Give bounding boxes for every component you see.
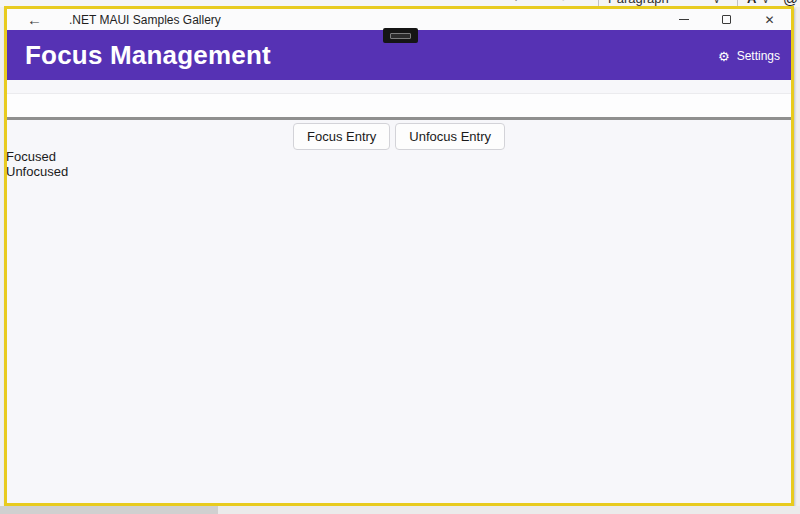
minimize-icon <box>679 19 689 20</box>
desktop-bottom-strip-segment <box>0 506 218 514</box>
gear-icon: ⚙ <box>718 49 730 62</box>
window-title: .NET MAUI Samples Gallery <box>69 13 221 27</box>
desktop-bottom-strip <box>0 506 800 514</box>
event-log-line: Unfocused <box>6 164 68 179</box>
chevron-down-icon[interactable]: ∨ <box>713 0 720 5</box>
screen-notch-widget <box>383 28 418 43</box>
buttons-row: Focus Entry Unfocus Entry <box>7 123 791 150</box>
close-button[interactable]: ✕ <box>748 9 791 30</box>
page-title: Focus Management <box>25 40 271 71</box>
maximize-button[interactable] <box>705 9 748 30</box>
chevron-down-icon[interactable]: ∨ <box>762 0 769 5</box>
entry-input[interactable] <box>7 93 791 120</box>
minimize-button[interactable] <box>662 9 705 30</box>
screen: ↶ ↷ Paragraph ∨ A ∨ @ ← .NET MAUI Sample… <box>0 0 800 514</box>
font-color-button[interactable]: A <box>747 0 756 5</box>
unfocus-entry-button[interactable]: Unfocus Entry <box>395 123 505 150</box>
app-window: ← .NET MAUI Samples Gallery ✕ Focus Mana… <box>4 6 794 506</box>
back-button[interactable]: ← <box>27 12 42 27</box>
paragraph-style-dropdown[interactable]: Paragraph <box>608 0 669 5</box>
maximize-icon <box>722 15 731 24</box>
notch-slot <box>390 33 411 39</box>
event-log: Focused Unfocused <box>6 149 68 179</box>
settings-button[interactable]: ⚙ Settings <box>718 49 780 63</box>
window-controls: ✕ <box>662 9 791 30</box>
event-log-line: Focused <box>6 149 68 164</box>
window-titlebar: ← .NET MAUI Samples Gallery ✕ <box>7 9 791 30</box>
settings-label: Settings <box>737 49 780 63</box>
focus-entry-button[interactable]: Focus Entry <box>293 123 390 150</box>
close-icon: ✕ <box>764 14 774 26</box>
